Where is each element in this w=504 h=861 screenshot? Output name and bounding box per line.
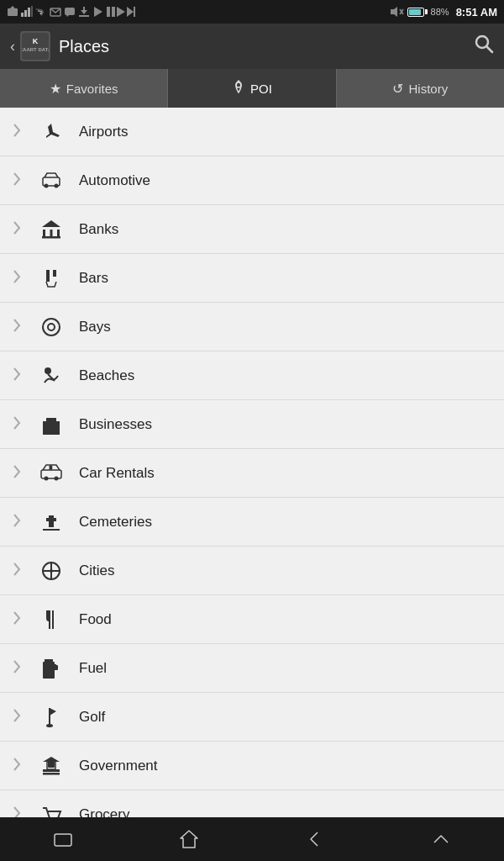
- svg-rect-35: [46, 270, 50, 282]
- list-item[interactable]: Beaches: [0, 351, 504, 400]
- time-display: 8:51 AM: [456, 6, 497, 18]
- chevron-icon: [10, 172, 24, 189]
- list-item[interactable]: Fuel: [0, 644, 504, 693]
- category-label: Cities: [79, 563, 115, 579]
- tab-favorites[interactable]: ★ Favorites: [0, 69, 168, 108]
- svg-rect-76: [55, 834, 71, 846]
- category-icon: [35, 604, 67, 636]
- category-icon: $: [35, 457, 67, 489]
- back-nav-button[interactable]: [290, 822, 340, 856]
- tab-history[interactable]: ↺ History: [337, 69, 504, 108]
- svg-rect-55: [49, 610, 50, 629]
- chevron-icon: [10, 610, 24, 628]
- chat-icon: [64, 6, 76, 18]
- list-item[interactable]: Banks: [0, 205, 504, 254]
- svg-rect-11: [79, 15, 89, 17]
- svg-rect-56: [52, 610, 54, 629]
- battery-percent: 88%: [431, 7, 449, 17]
- svg-rect-59: [45, 659, 53, 663]
- svg-rect-60: [55, 664, 56, 666]
- svg-rect-31: [50, 230, 53, 236]
- history-tab-label: History: [408, 82, 448, 96]
- category-label: Bars: [79, 270, 108, 287]
- notification-icon: [7, 6, 18, 18]
- list-item[interactable]: Golf: [0, 693, 504, 742]
- svg-rect-2: [21, 13, 24, 17]
- list-item[interactable]: Government: [0, 742, 504, 790]
- category-icon: [35, 506, 67, 538]
- list-item[interactable]: Automotive: [0, 156, 504, 205]
- chevron-icon: [10, 269, 24, 287]
- category-label: Fuel: [79, 660, 107, 677]
- chevron-icon: [10, 415, 24, 433]
- svg-rect-36: [53, 270, 56, 277]
- tab-poi[interactable]: POI: [168, 69, 336, 108]
- svg-marker-12: [94, 7, 102, 17]
- media-icons: [107, 6, 135, 18]
- list-item[interactable]: Grocery: [0, 790, 504, 817]
- list-item[interactable]: Businesses: [0, 400, 504, 449]
- chevron-icon: [10, 659, 24, 677]
- category-icon: [35, 799, 67, 818]
- svg-rect-7: [65, 8, 75, 15]
- svg-rect-43: [49, 426, 54, 435]
- svg-marker-18: [391, 7, 397, 17]
- svg-rect-64: [48, 761, 55, 768]
- svg-text:KAART DATA: KAART DATA: [22, 47, 49, 52]
- category-label: Automotive: [79, 172, 150, 189]
- poi-list: AirportsAutomotiveBanksBarsBaysBeachesBu…: [0, 108, 504, 817]
- svg-marker-77: [181, 831, 197, 848]
- svg-rect-5: [31, 6, 33, 17]
- tab-bar: ★ Favorites POI ↺ History: [0, 69, 504, 108]
- wifi-icon: [35, 6, 47, 18]
- list-item[interactable]: Airports: [0, 108, 504, 156]
- play-icon: [92, 6, 104, 18]
- category-icon: [35, 750, 67, 782]
- svg-rect-14: [112, 7, 115, 17]
- list-item[interactable]: $Car Rentals: [0, 449, 504, 498]
- poi-tab-icon: [232, 80, 245, 97]
- chevron-icon: [10, 513, 24, 531]
- bottom-navigation: [0, 817, 504, 861]
- list-item[interactable]: Cities: [0, 547, 504, 595]
- category-label: Government: [79, 758, 158, 774]
- svg-rect-49: [46, 518, 56, 521]
- chevron-icon: [10, 757, 24, 774]
- svg-rect-3: [24, 10, 27, 17]
- svg-point-63: [46, 724, 53, 727]
- svg-rect-0: [8, 8, 18, 16]
- svg-rect-44: [41, 470, 61, 478]
- svg-marker-16: [127, 7, 134, 17]
- back-button[interactable]: ‹: [10, 38, 15, 55]
- recent-apps-button[interactable]: [38, 822, 88, 856]
- svg-marker-62: [50, 708, 56, 716]
- category-icon: [35, 555, 67, 587]
- mute-icon: [391, 6, 404, 18]
- svg-rect-17: [134, 7, 135, 17]
- svg-rect-66: [43, 769, 60, 772]
- category-label: Cemeteries: [79, 514, 152, 531]
- download-icon: [78, 6, 90, 18]
- category-icon: [35, 214, 67, 246]
- home-button[interactable]: [164, 822, 214, 856]
- scroll-up-button[interactable]: [416, 822, 466, 856]
- chevron-icon: [10, 806, 24, 817]
- list-item[interactable]: Bays: [0, 303, 504, 351]
- history-tab-icon: ↺: [392, 81, 403, 97]
- list-item[interactable]: Bars: [0, 254, 504, 303]
- category-icon: [35, 409, 67, 441]
- list-item[interactable]: Cemeteries: [0, 498, 504, 547]
- svg-point-45: [45, 476, 49, 480]
- svg-marker-15: [117, 7, 125, 17]
- signal-icon: [21, 6, 33, 18]
- list-item[interactable]: Food: [0, 595, 504, 644]
- svg-rect-50: [43, 529, 60, 531]
- search-button[interactable]: [474, 34, 494, 59]
- category-label: Food: [79, 611, 112, 628]
- svg-point-37: [43, 319, 60, 335]
- svg-rect-33: [42, 236, 60, 239]
- category-icon: [35, 262, 67, 294]
- chevron-icon: [10, 562, 24, 579]
- svg-point-28: [45, 183, 49, 188]
- category-icon: [35, 311, 67, 343]
